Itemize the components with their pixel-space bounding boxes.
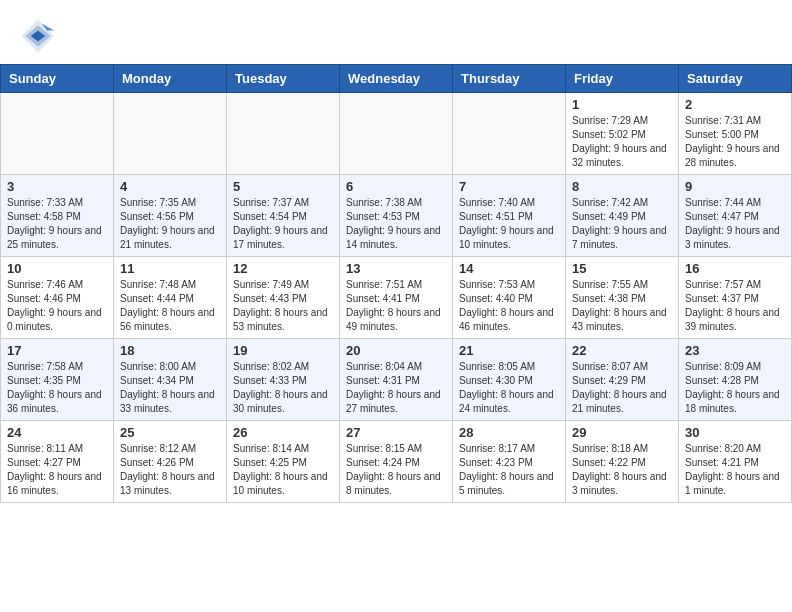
day-info: Sunrise: 7:31 AM Sunset: 5:00 PM Dayligh… bbox=[685, 114, 785, 170]
day-info: Sunrise: 8:11 AM Sunset: 4:27 PM Dayligh… bbox=[7, 442, 107, 498]
day-number: 30 bbox=[685, 425, 785, 440]
calendar-cell: 13Sunrise: 7:51 AM Sunset: 4:41 PM Dayli… bbox=[340, 257, 453, 339]
day-info: Sunrise: 8:17 AM Sunset: 4:23 PM Dayligh… bbox=[459, 442, 559, 498]
calendar-cell: 28Sunrise: 8:17 AM Sunset: 4:23 PM Dayli… bbox=[453, 421, 566, 503]
day-number: 10 bbox=[7, 261, 107, 276]
day-number: 4 bbox=[120, 179, 220, 194]
day-info: Sunrise: 8:09 AM Sunset: 4:28 PM Dayligh… bbox=[685, 360, 785, 416]
calendar-cell: 6Sunrise: 7:38 AM Sunset: 4:53 PM Daylig… bbox=[340, 175, 453, 257]
weekday-header-sunday: Sunday bbox=[1, 65, 114, 93]
weekday-header-saturday: Saturday bbox=[679, 65, 792, 93]
day-info: Sunrise: 7:42 AM Sunset: 4:49 PM Dayligh… bbox=[572, 196, 672, 252]
logo-icon bbox=[20, 18, 56, 54]
day-number: 5 bbox=[233, 179, 333, 194]
day-info: Sunrise: 7:35 AM Sunset: 4:56 PM Dayligh… bbox=[120, 196, 220, 252]
calendar-week-row: 3Sunrise: 7:33 AM Sunset: 4:58 PM Daylig… bbox=[1, 175, 792, 257]
calendar-cell bbox=[1, 93, 114, 175]
day-number: 15 bbox=[572, 261, 672, 276]
day-number: 20 bbox=[346, 343, 446, 358]
calendar-cell: 21Sunrise: 8:05 AM Sunset: 4:30 PM Dayli… bbox=[453, 339, 566, 421]
day-number: 22 bbox=[572, 343, 672, 358]
day-info: Sunrise: 7:48 AM Sunset: 4:44 PM Dayligh… bbox=[120, 278, 220, 334]
day-info: Sunrise: 8:00 AM Sunset: 4:34 PM Dayligh… bbox=[120, 360, 220, 416]
calendar-cell: 14Sunrise: 7:53 AM Sunset: 4:40 PM Dayli… bbox=[453, 257, 566, 339]
calendar-cell bbox=[114, 93, 227, 175]
calendar-cell: 15Sunrise: 7:55 AM Sunset: 4:38 PM Dayli… bbox=[566, 257, 679, 339]
calendar-cell: 5Sunrise: 7:37 AM Sunset: 4:54 PM Daylig… bbox=[227, 175, 340, 257]
day-info: Sunrise: 8:20 AM Sunset: 4:21 PM Dayligh… bbox=[685, 442, 785, 498]
day-number: 29 bbox=[572, 425, 672, 440]
calendar-cell: 26Sunrise: 8:14 AM Sunset: 4:25 PM Dayli… bbox=[227, 421, 340, 503]
calendar-cell: 4Sunrise: 7:35 AM Sunset: 4:56 PM Daylig… bbox=[114, 175, 227, 257]
day-number: 7 bbox=[459, 179, 559, 194]
calendar-week-row: 10Sunrise: 7:46 AM Sunset: 4:46 PM Dayli… bbox=[1, 257, 792, 339]
day-number: 3 bbox=[7, 179, 107, 194]
calendar-cell: 23Sunrise: 8:09 AM Sunset: 4:28 PM Dayli… bbox=[679, 339, 792, 421]
day-number: 26 bbox=[233, 425, 333, 440]
calendar-cell: 27Sunrise: 8:15 AM Sunset: 4:24 PM Dayli… bbox=[340, 421, 453, 503]
calendar-cell: 8Sunrise: 7:42 AM Sunset: 4:49 PM Daylig… bbox=[566, 175, 679, 257]
day-number: 27 bbox=[346, 425, 446, 440]
calendar: SundayMondayTuesdayWednesdayThursdayFrid… bbox=[0, 64, 792, 503]
day-info: Sunrise: 7:53 AM Sunset: 4:40 PM Dayligh… bbox=[459, 278, 559, 334]
calendar-cell: 9Sunrise: 7:44 AM Sunset: 4:47 PM Daylig… bbox=[679, 175, 792, 257]
calendar-cell: 7Sunrise: 7:40 AM Sunset: 4:51 PM Daylig… bbox=[453, 175, 566, 257]
day-number: 12 bbox=[233, 261, 333, 276]
calendar-cell bbox=[453, 93, 566, 175]
day-number: 6 bbox=[346, 179, 446, 194]
calendar-cell bbox=[340, 93, 453, 175]
calendar-week-row: 24Sunrise: 8:11 AM Sunset: 4:27 PM Dayli… bbox=[1, 421, 792, 503]
day-number: 24 bbox=[7, 425, 107, 440]
day-number: 28 bbox=[459, 425, 559, 440]
day-number: 16 bbox=[685, 261, 785, 276]
header bbox=[0, 0, 792, 64]
day-info: Sunrise: 7:44 AM Sunset: 4:47 PM Dayligh… bbox=[685, 196, 785, 252]
calendar-cell: 16Sunrise: 7:57 AM Sunset: 4:37 PM Dayli… bbox=[679, 257, 792, 339]
weekday-header-tuesday: Tuesday bbox=[227, 65, 340, 93]
day-info: Sunrise: 7:29 AM Sunset: 5:02 PM Dayligh… bbox=[572, 114, 672, 170]
calendar-cell: 10Sunrise: 7:46 AM Sunset: 4:46 PM Dayli… bbox=[1, 257, 114, 339]
day-info: Sunrise: 7:38 AM Sunset: 4:53 PM Dayligh… bbox=[346, 196, 446, 252]
day-info: Sunrise: 7:58 AM Sunset: 4:35 PM Dayligh… bbox=[7, 360, 107, 416]
day-info: Sunrise: 7:55 AM Sunset: 4:38 PM Dayligh… bbox=[572, 278, 672, 334]
calendar-cell: 3Sunrise: 7:33 AM Sunset: 4:58 PM Daylig… bbox=[1, 175, 114, 257]
day-info: Sunrise: 7:49 AM Sunset: 4:43 PM Dayligh… bbox=[233, 278, 333, 334]
calendar-week-row: 17Sunrise: 7:58 AM Sunset: 4:35 PM Dayli… bbox=[1, 339, 792, 421]
day-info: Sunrise: 7:46 AM Sunset: 4:46 PM Dayligh… bbox=[7, 278, 107, 334]
day-number: 13 bbox=[346, 261, 446, 276]
day-number: 9 bbox=[685, 179, 785, 194]
day-info: Sunrise: 8:04 AM Sunset: 4:31 PM Dayligh… bbox=[346, 360, 446, 416]
day-number: 18 bbox=[120, 343, 220, 358]
calendar-week-row: 1Sunrise: 7:29 AM Sunset: 5:02 PM Daylig… bbox=[1, 93, 792, 175]
weekday-header-wednesday: Wednesday bbox=[340, 65, 453, 93]
calendar-cell: 18Sunrise: 8:00 AM Sunset: 4:34 PM Dayli… bbox=[114, 339, 227, 421]
day-info: Sunrise: 8:14 AM Sunset: 4:25 PM Dayligh… bbox=[233, 442, 333, 498]
calendar-cell bbox=[227, 93, 340, 175]
day-number: 23 bbox=[685, 343, 785, 358]
day-info: Sunrise: 8:07 AM Sunset: 4:29 PM Dayligh… bbox=[572, 360, 672, 416]
logo bbox=[20, 18, 60, 54]
day-info: Sunrise: 7:40 AM Sunset: 4:51 PM Dayligh… bbox=[459, 196, 559, 252]
day-info: Sunrise: 8:02 AM Sunset: 4:33 PM Dayligh… bbox=[233, 360, 333, 416]
day-info: Sunrise: 7:51 AM Sunset: 4:41 PM Dayligh… bbox=[346, 278, 446, 334]
calendar-cell: 12Sunrise: 7:49 AM Sunset: 4:43 PM Dayli… bbox=[227, 257, 340, 339]
day-info: Sunrise: 8:05 AM Sunset: 4:30 PM Dayligh… bbox=[459, 360, 559, 416]
weekday-header-monday: Monday bbox=[114, 65, 227, 93]
day-info: Sunrise: 8:12 AM Sunset: 4:26 PM Dayligh… bbox=[120, 442, 220, 498]
weekday-header-thursday: Thursday bbox=[453, 65, 566, 93]
calendar-cell: 11Sunrise: 7:48 AM Sunset: 4:44 PM Dayli… bbox=[114, 257, 227, 339]
day-number: 19 bbox=[233, 343, 333, 358]
day-info: Sunrise: 8:15 AM Sunset: 4:24 PM Dayligh… bbox=[346, 442, 446, 498]
calendar-cell: 24Sunrise: 8:11 AM Sunset: 4:27 PM Dayli… bbox=[1, 421, 114, 503]
day-info: Sunrise: 7:57 AM Sunset: 4:37 PM Dayligh… bbox=[685, 278, 785, 334]
day-info: Sunrise: 7:37 AM Sunset: 4:54 PM Dayligh… bbox=[233, 196, 333, 252]
day-number: 17 bbox=[7, 343, 107, 358]
calendar-cell: 1Sunrise: 7:29 AM Sunset: 5:02 PM Daylig… bbox=[566, 93, 679, 175]
day-number: 2 bbox=[685, 97, 785, 112]
calendar-cell: 22Sunrise: 8:07 AM Sunset: 4:29 PM Dayli… bbox=[566, 339, 679, 421]
day-number: 1 bbox=[572, 97, 672, 112]
calendar-cell: 25Sunrise: 8:12 AM Sunset: 4:26 PM Dayli… bbox=[114, 421, 227, 503]
calendar-cell: 2Sunrise: 7:31 AM Sunset: 5:00 PM Daylig… bbox=[679, 93, 792, 175]
day-number: 8 bbox=[572, 179, 672, 194]
day-number: 14 bbox=[459, 261, 559, 276]
